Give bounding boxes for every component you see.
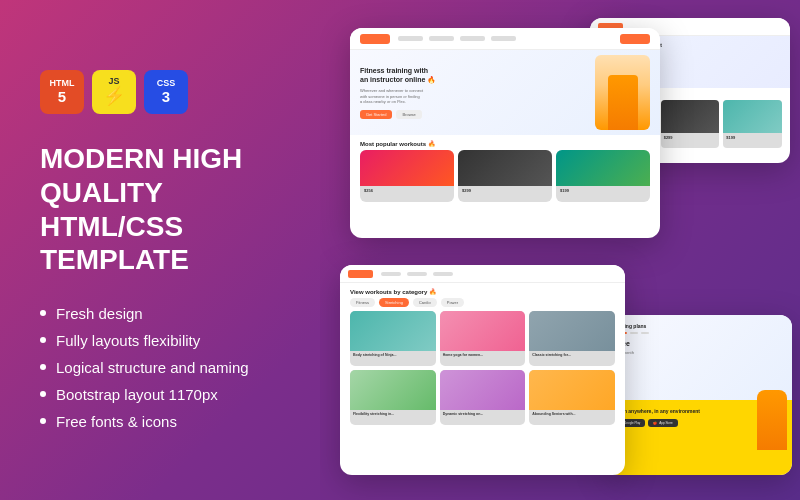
- css-badge: CSS 3: [144, 70, 188, 114]
- feature-item: Bootstrap layout 1170px: [40, 386, 280, 403]
- sc-card-mini: $299: [458, 150, 552, 202]
- sc-hero-sub: Wherever and whenever to connectwith som…: [360, 88, 595, 105]
- sc-bl-grid: Body stretching of Ninja... Home yoga fo…: [340, 311, 625, 431]
- sc-bl-logo: [348, 270, 373, 278]
- sc-hero-btns: Get Started Browse: [360, 110, 595, 119]
- bullet-icon: [40, 418, 46, 424]
- sc-hero-title: Fitness training withan instructor onlin…: [360, 66, 595, 84]
- sc-br-cta: Train anywhere, in any environment ▶ Goo…: [607, 400, 792, 475]
- sc-logo: [360, 34, 390, 44]
- bullet-icon: [40, 364, 46, 370]
- html-badge: HTML 5: [40, 70, 84, 114]
- sc-card-mini: $256: [360, 150, 454, 202]
- sc-br-figure: [757, 390, 787, 450]
- feature-item: Fresh design: [40, 305, 280, 322]
- sc-nav-links: [398, 36, 612, 41]
- tech-badges: HTML 5 JS ⚡ CSS 3: [40, 70, 280, 114]
- sc-nav-btn: [620, 34, 650, 44]
- sc-bl-navbar: [340, 265, 625, 283]
- bullet-icon: [40, 391, 46, 397]
- sc-br-top: Pricing plans Free $0 / month: [607, 315, 792, 400]
- sc-br-free-label: Free: [615, 340, 784, 347]
- sc-hero-image: [595, 55, 650, 130]
- right-panel: Fitness training withan instructor onlin…: [320, 0, 800, 500]
- feature-item: Logical structure and naming: [40, 359, 280, 376]
- main-title: MODERN HIGH QUALITY HTML/CSS TEMPLATE: [40, 142, 280, 276]
- sc-bl-section-title: View workouts by category 🔥: [340, 283, 625, 298]
- bullet-icon: [40, 310, 46, 316]
- sc-bl-filters: Fitness Stretching Cardio Power: [340, 298, 625, 311]
- sc-hero: Fitness training withan instructor onlin…: [350, 50, 660, 135]
- features-list: Fresh design Fully layouts flexibility L…: [40, 305, 280, 430]
- sc-navbar: [350, 28, 660, 50]
- feature-item: Fully layouts flexibility: [40, 332, 280, 349]
- bottom-left-screenshot: View workouts by category 🔥 Fitness Stre…: [340, 265, 625, 475]
- main-screenshot: Fitness training withan instructor onlin…: [350, 28, 660, 238]
- left-panel: HTML 5 JS ⚡ CSS 3 MODERN HIGH QUALITY HT…: [0, 30, 320, 469]
- js-badge: JS ⚡: [92, 70, 136, 114]
- bottom-right-screenshot: Pricing plans Free $0 / month Train anyw…: [607, 315, 792, 475]
- bullet-icon: [40, 337, 46, 343]
- feature-item: Free fonts & icons: [40, 413, 280, 430]
- sc-cards-row: $256 $299 $199: [350, 150, 660, 208]
- sc-card-mini: $199: [556, 150, 650, 202]
- sc-popular-section-title: Most popular workouts 🔥: [350, 135, 660, 150]
